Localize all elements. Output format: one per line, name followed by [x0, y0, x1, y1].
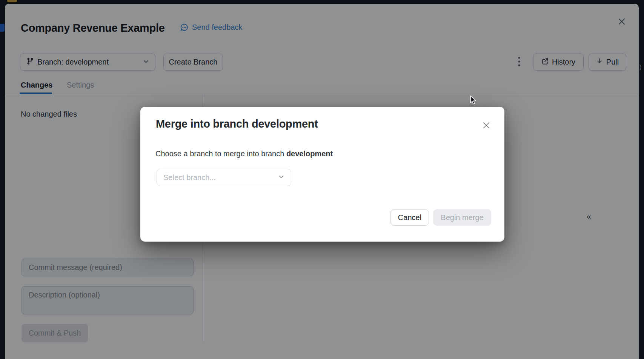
branch-select-dropdown[interactable]: Select branch...	[157, 169, 291, 186]
begin-merge-button[interactable]: Begin merge	[433, 209, 491, 226]
screen: ) Company Revenue Example Send feedback	[0, 0, 644, 359]
modal-close-button[interactable]	[482, 121, 491, 130]
chevron-down-icon	[278, 174, 284, 182]
modal-actions: Cancel Begin merge	[390, 209, 491, 226]
cancel-button[interactable]: Cancel	[390, 209, 429, 226]
merge-branch-modal: Merge into branch development Choose a b…	[140, 107, 504, 242]
modal-description: Choose a branch to merge into branch dev…	[155, 149, 333, 159]
target-branch-name: development	[286, 149, 333, 158]
branch-select-placeholder: Select branch...	[163, 173, 216, 182]
mouse-cursor-icon	[470, 96, 477, 106]
modal-title: Merge into branch development	[156, 117, 318, 131]
close-icon	[482, 125, 491, 131]
